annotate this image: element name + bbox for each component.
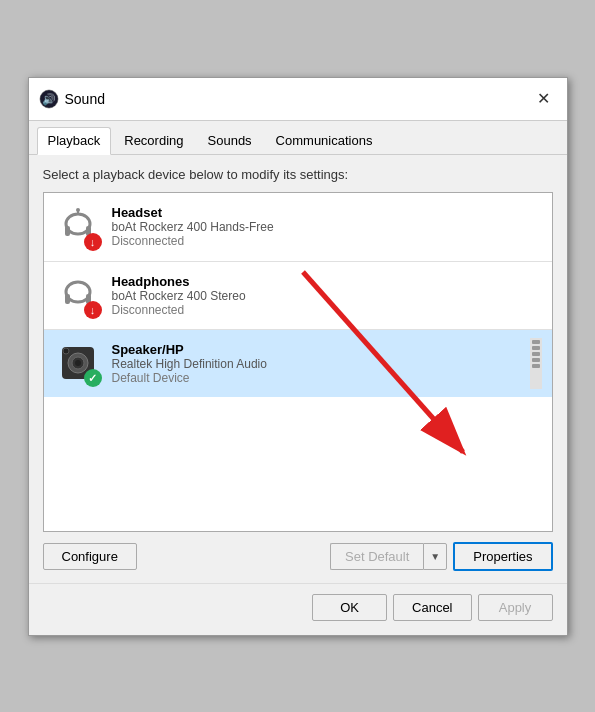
device-item-headset[interactable]: ↓ Headset boAt Rockerz 400 Hands-Free Di… bbox=[44, 193, 552, 261]
device-status-headset: Disconnected bbox=[112, 234, 542, 248]
device-status-speaker: Default Device bbox=[112, 371, 530, 385]
status-badge-speaker: ✓ bbox=[84, 369, 102, 387]
properties-button[interactable]: Properties bbox=[453, 542, 552, 571]
status-badge-headphones: ↓ bbox=[84, 301, 102, 319]
close-button[interactable]: ✕ bbox=[531, 86, 557, 112]
svg-point-13 bbox=[75, 360, 81, 366]
configure-button[interactable]: Configure bbox=[43, 543, 137, 570]
tab-recording[interactable]: Recording bbox=[113, 127, 194, 154]
tab-sounds[interactable]: Sounds bbox=[197, 127, 263, 154]
ok-button[interactable]: OK bbox=[312, 594, 387, 621]
device-name-headset: Headset bbox=[112, 205, 542, 220]
device-name-headphones: Headphones bbox=[112, 274, 542, 289]
title-bar-left: 🔊 Sound bbox=[39, 89, 105, 109]
svg-rect-3 bbox=[65, 226, 70, 236]
dialog-body: Select a playback device below to modify… bbox=[29, 155, 567, 583]
svg-point-14 bbox=[63, 348, 69, 354]
scrollbar-grip-1 bbox=[532, 340, 540, 344]
scrollbar-grip-3 bbox=[532, 352, 540, 356]
svg-rect-8 bbox=[65, 294, 70, 304]
apply-button[interactable]: Apply bbox=[478, 594, 553, 621]
right-buttons: Set Default ▼ Properties bbox=[330, 542, 552, 571]
set-default-button[interactable]: Set Default bbox=[330, 543, 423, 570]
scrollbar-grip-2 bbox=[532, 346, 540, 350]
device-list[interactable]: ↓ Headset boAt Rockerz 400 Hands-Free Di… bbox=[43, 192, 553, 532]
scrollbar-grip-5 bbox=[532, 364, 540, 368]
set-default-arrow-button[interactable]: ▼ bbox=[423, 543, 447, 570]
device-info-headphones: Headphones boAt Rockerz 400 Stereo Disco… bbox=[112, 274, 542, 317]
buttons-row: Configure Set Default ▼ Properties bbox=[43, 542, 553, 571]
device-list-container: ↓ Headset boAt Rockerz 400 Hands-Free Di… bbox=[43, 192, 553, 532]
status-badge-headset: ↓ bbox=[84, 233, 102, 251]
sound-dialog: 🔊 Sound ✕ Playback Recording Sounds Comm… bbox=[28, 77, 568, 636]
tab-playback[interactable]: Playback bbox=[37, 127, 112, 155]
device-info-speaker: Speaker/HP Realtek High Definition Audio… bbox=[112, 342, 530, 385]
device-icon-speaker: ✓ bbox=[54, 339, 102, 387]
instruction-text: Select a playback device below to modify… bbox=[43, 167, 553, 182]
device-icon-headphones: ↓ bbox=[54, 271, 102, 319]
device-sub-speaker: Realtek High Definition Audio bbox=[112, 357, 530, 371]
device-item-speaker[interactable]: ✓ Speaker/HP Realtek High Definition Aud… bbox=[44, 329, 552, 397]
device-item-headphones[interactable]: ↓ Headphones boAt Rockerz 400 Stereo Dis… bbox=[44, 261, 552, 329]
tabs-bar: Playback Recording Sounds Communications bbox=[29, 121, 567, 155]
device-sub-headset: boAt Rockerz 400 Hands-Free bbox=[112, 220, 542, 234]
sound-icon: 🔊 bbox=[39, 89, 59, 109]
scrollbar-grip-4 bbox=[532, 358, 540, 362]
ok-cancel-apply-row: OK Cancel Apply bbox=[29, 583, 567, 635]
device-status-headphones: Disconnected bbox=[112, 303, 542, 317]
svg-text:🔊: 🔊 bbox=[42, 92, 56, 106]
device-name-speaker: Speaker/HP bbox=[112, 342, 530, 357]
device-sub-headphones: boAt Rockerz 400 Stereo bbox=[112, 289, 542, 303]
tab-communications[interactable]: Communications bbox=[265, 127, 384, 154]
device-icon-headset: ↓ bbox=[54, 203, 102, 251]
set-default-wrap: Set Default ▼ bbox=[330, 543, 447, 570]
svg-point-6 bbox=[76, 208, 80, 212]
scrollbar-hint bbox=[530, 338, 542, 389]
dialog-title: Sound bbox=[65, 91, 105, 107]
title-bar: 🔊 Sound ✕ bbox=[29, 78, 567, 121]
device-info-headset: Headset boAt Rockerz 400 Hands-Free Disc… bbox=[112, 205, 542, 248]
cancel-button[interactable]: Cancel bbox=[393, 594, 471, 621]
